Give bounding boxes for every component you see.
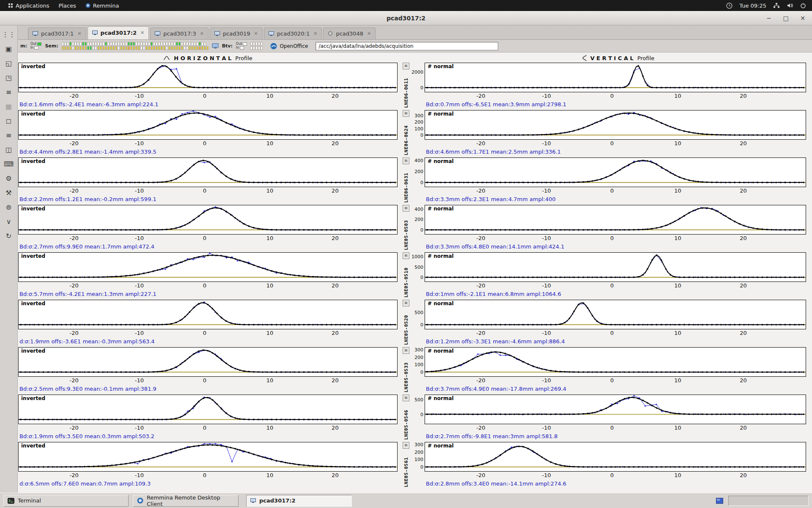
taskbar-item-remmina-remote-desktop-client[interactable]: Remmina Remote Desktop Client [133, 495, 239, 507]
network-icon[interactable] [773, 3, 780, 8]
plot-mode-label: inverted [20, 64, 46, 69]
x-axis: -20-1001020 [18, 187, 398, 195]
status-led [135, 42, 137, 46]
y-tick-label: 100 [414, 362, 423, 367]
x-axis: -20-1001020 [18, 377, 398, 385]
x-tick-label: 20 [332, 425, 339, 431]
fullscreen-icon[interactable]: ◻ [3, 115, 15, 126]
clock[interactable]: Tue 09:25 [739, 3, 766, 9]
y-tick-label: 200 [414, 119, 423, 125]
x-tick-label: 20 [332, 330, 339, 336]
x-tick-label: 10 [266, 235, 274, 241]
grip-icon[interactable]: ⋮⋮ [3, 29, 15, 40]
dynamic-resolution-icon[interactable]: ◱ [3, 58, 15, 69]
status-led [199, 46, 201, 50]
x-tick-label: 20 [332, 140, 339, 146]
vertical-header-word: V E R T I C A L [590, 55, 634, 61]
x-tick-label: -10 [135, 377, 144, 384]
remmina-menu[interactable]: Remmina [81, 0, 124, 11]
tab-pcad3019[interactable]: pcad3019✕ [210, 28, 263, 39]
tab-pcad3017:1[interactable]: pcad3017:1✕ [28, 28, 86, 39]
screen-icon[interactable]: ▣ [3, 43, 15, 54]
tab-close-icon[interactable]: ✕ [77, 31, 81, 36]
taskbar-item-terminal[interactable]: Terminal [3, 495, 129, 507]
btv-led-strip [250, 42, 263, 50]
y-axis: 4002000 [410, 205, 425, 252]
status-led [151, 46, 153, 50]
raw-data-toggle-button[interactable]: ≋ [403, 63, 409, 69]
raw-data-toggle-button[interactable]: ≋ [403, 252, 409, 259]
minimize-button[interactable]: ─ [765, 15, 773, 22]
applications-menu[interactable]: Applications [3, 0, 54, 11]
close-button[interactable]: ✕ [798, 15, 807, 22]
window-titlebar[interactable]: pcad3017:2 ─□✕ [0, 11, 812, 25]
tab-close-icon[interactable]: ✕ [254, 31, 258, 36]
tab-close-icon[interactable]: ✕ [313, 31, 317, 36]
y-tick-label: 400 [414, 206, 423, 212]
keyboard-icon[interactable]: ⌨ [3, 158, 15, 169]
tab-pcad3048[interactable]: pcad3048✕ [323, 28, 376, 39]
status-led [123, 46, 125, 50]
status-led [97, 46, 99, 50]
x-axis: -20-1001020 [18, 329, 398, 337]
tab-close-icon[interactable]: ✕ [200, 31, 204, 36]
disconnect-icon[interactable]: ↻ [3, 230, 15, 241]
switch-window-icon[interactable]: ◫ [3, 144, 15, 155]
m-in-label: In [30, 46, 33, 50]
tab-close-icon[interactable]: ✕ [367, 31, 371, 36]
tab-close-icon[interactable]: ✕ [140, 30, 144, 36]
status-led [69, 42, 71, 46]
multi-monitor-icon[interactable]: ▦ [3, 101, 15, 112]
status-led [204, 46, 206, 50]
x-tick-label: -10 [542, 93, 551, 99]
tab-pcad3017:2[interactable]: pcad3017:2✕ [88, 26, 149, 39]
places-menu[interactable]: Places [54, 0, 80, 11]
scaled-mode-icon[interactable]: ◳ [3, 72, 15, 83]
path-field[interactable]: /acc/java/data/lna/adebds/acquisition [315, 42, 498, 50]
taskbar-item-pcad3017-2[interactable]: pcad3017:2 [246, 495, 352, 507]
raw-data-toggle-button[interactable]: ≋ [403, 157, 409, 164]
raw-data-toggle-button[interactable]: ≋ [403, 110, 409, 117]
status-led [143, 42, 145, 46]
tools-icon[interactable]: ⚒ [3, 187, 15, 198]
x-tick-label: 10 [674, 377, 681, 384]
plot-mode-label: inverted [20, 348, 46, 354]
x-tick-label: -10 [135, 235, 144, 241]
menu2-icon[interactable]: ≡ [3, 130, 15, 141]
status-led [191, 42, 193, 46]
volume-icon[interactable] [787, 3, 793, 8]
status-led [90, 42, 92, 46]
raw-data-toggle-button[interactable]: ≋ [403, 395, 409, 401]
plot-mode-label: inverted [20, 443, 46, 449]
x-tick-label: 20 [740, 188, 747, 194]
workspace-pager-icon[interactable] [716, 498, 723, 504]
row-side-strip: ≋LNE05-0503 [402, 205, 410, 252]
status-led [100, 46, 102, 50]
raw-data-toggle-button[interactable]: ≋ [403, 347, 409, 354]
btv-in-label: In [236, 46, 239, 50]
tab-label: pcad3017:2 [101, 30, 137, 36]
power-icon[interactable] [800, 3, 806, 8]
maximize-button[interactable]: □ [782, 15, 790, 22]
collapse-icon[interactable]: ∨ [3, 216, 15, 227]
fit-stats: Bd:σ:4.6mm offs:1.7E1 mean:2.5mm ampl:33… [425, 148, 806, 157]
tab-pcad3020:1[interactable]: pcad3020:1✕ [264, 28, 322, 39]
raw-data-toggle-button[interactable]: ≋ [403, 205, 409, 212]
raw-data-toggle-button[interactable]: ≋ [403, 300, 409, 306]
status-led [186, 42, 188, 46]
y-axis: 3002001000 [410, 442, 425, 489]
tab-pcad3017:3[interactable]: pcad3017:3✕ [150, 28, 208, 39]
status-led [194, 42, 196, 46]
plot-mode-label: # normal [427, 395, 455, 401]
x-tick-label: -20 [476, 235, 485, 241]
status-led [148, 46, 150, 50]
screenshot-icon[interactable]: ⊚ [3, 202, 15, 213]
raw-data-toggle-button[interactable]: ≋ [403, 442, 409, 449]
menu-icon[interactable]: ≡ [3, 86, 15, 97]
profile-row-vertical: ≋LNE05-051010005000# normal-20-1001020Bd… [402, 252, 812, 300]
openoffice-launcher[interactable]: OpenOffice [266, 41, 312, 51]
x-tick-label: 0 [610, 330, 614, 336]
preferences-icon[interactable]: ⚙ [3, 173, 15, 184]
x-tick-label: -10 [542, 282, 551, 289]
x-axis: -20-1001020 [18, 235, 398, 243]
